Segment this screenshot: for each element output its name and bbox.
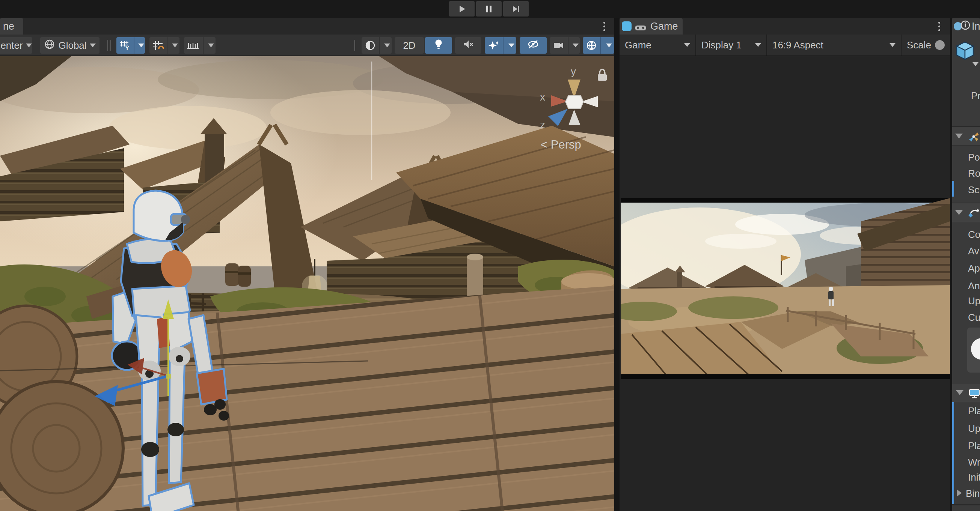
avatar-preview-circle [971, 338, 980, 360]
gizmos-dropdown[interactable] [583, 37, 614, 54]
gameobject-dropdown-caret[interactable] [972, 62, 978, 66]
axis-y-label: y [571, 66, 576, 77]
chevron-down-icon[interactable] [383, 37, 391, 54]
game-camera-render [620, 198, 950, 379]
scene-3d-viewport[interactable]: y x z < Persp [0, 56, 614, 511]
eye-hidden-icon [527, 39, 539, 52]
scale-label: Sc [968, 184, 979, 196]
chevron-down-icon[interactable] [571, 37, 580, 54]
globe-icon [44, 39, 55, 52]
camera-icon [550, 37, 568, 54]
scene-effects-dropdown[interactable] [485, 37, 516, 54]
grid-y-icon: Y [116, 37, 134, 54]
scene-toolbar: enter Global Y [0, 35, 614, 56]
inspector-tab-bar: In [952, 18, 980, 35]
axis-z-label: z [540, 119, 545, 130]
pause-button[interactable] [476, 1, 502, 16]
grid-visibility-button[interactable]: Y [116, 37, 145, 54]
playable-director-header[interactable] [952, 383, 980, 402]
main-toolbar [0, 0, 980, 18]
display-dropdown[interactable]: Display 1 [696, 35, 767, 56]
inspector-tab-label: In [972, 21, 980, 32]
avatar-label: Av [968, 245, 979, 257]
shading-mode-dropdown[interactable] [361, 37, 391, 54]
field-selection-indicator [952, 181, 954, 197]
game-mode-dropdown[interactable]: Game [620, 35, 696, 56]
chevron-down-icon[interactable] [207, 37, 216, 54]
game-menu-kebab-icon[interactable] [934, 19, 944, 33]
snap-increment-button[interactable] [184, 37, 216, 54]
foldout-closed-icon[interactable] [957, 489, 962, 497]
chevron-down-icon [755, 43, 761, 47]
game-render-area [620, 56, 950, 511]
tab-game[interactable]: Game [620, 18, 682, 35]
animator-icon [968, 207, 980, 220]
audio-mute-button[interactable] [455, 37, 481, 54]
aspect-ratio-dropdown[interactable]: 16:9 Aspect [767, 35, 902, 56]
chevron-down-icon[interactable] [506, 37, 516, 54]
chevron-down-icon [684, 43, 690, 47]
chevron-down-icon[interactable] [137, 37, 145, 54]
info-icon [961, 20, 970, 33]
step-button[interactable] [503, 1, 529, 16]
game-tab-label: Game [650, 21, 678, 32]
step-icon [511, 4, 521, 14]
scene-camera-dropdown[interactable] [550, 37, 580, 54]
projection-persp-label[interactable]: < Persp [541, 138, 581, 151]
playable-label: Pla [968, 405, 980, 417]
chevron-down-icon [90, 43, 96, 47]
playable-director-icon [969, 387, 980, 400]
scene-lighting-button[interactable] [425, 37, 452, 54]
scene-menu-kebab-icon[interactable] [599, 19, 609, 33]
inspector-panel: In Pr Po Ro Sc Co Av Ap An [952, 18, 980, 511]
apply-root-motion-label: Ap [968, 263, 980, 274]
transform-icon [968, 131, 979, 144]
chevron-down-icon[interactable] [604, 37, 614, 54]
sparkle-icon [485, 37, 504, 54]
game-view-panel: Game Game Display 1 16:9 Aspect Scale [620, 18, 950, 511]
transform-header[interactable] [952, 126, 980, 146]
game-toolbar: Game Display 1 16:9 Aspect Scale [620, 35, 950, 56]
initial-time-label: Init [968, 471, 980, 483]
2d-label: 2D [403, 40, 415, 51]
scale-slider-knob[interactable] [935, 40, 945, 50]
foldout-open-icon[interactable] [955, 133, 963, 138]
gameobject-cube-icon [956, 41, 974, 62]
chevron-down-icon [26, 43, 32, 47]
foldout-open-icon[interactable] [955, 210, 963, 215]
scene-visibility-button[interactable] [520, 37, 547, 54]
update-method-label: Up [968, 423, 980, 435]
shaded-sphere-icon [361, 37, 380, 54]
controller-label: Co [968, 229, 980, 241]
grid-snap-button[interactable] [150, 37, 180, 54]
animate-physics-label: An [968, 280, 980, 292]
avatar-preview[interactable] [967, 327, 980, 373]
axis-x-label: x [540, 91, 545, 103]
pivot-label: enter [0, 40, 22, 51]
foldout-open-icon[interactable] [956, 390, 964, 395]
2d-toggle-button[interactable]: 2D [395, 37, 424, 54]
play-icon [457, 4, 467, 14]
chevron-down-icon [889, 43, 896, 47]
animator-header[interactable] [952, 203, 980, 222]
toolbar-separator [110, 40, 111, 51]
tool-handle-position-dropdown[interactable]: enter [0, 37, 32, 54]
position-label: Po [968, 152, 980, 163]
gamepad-icon [635, 22, 648, 30]
tab-inspector[interactable]: In [952, 18, 980, 35]
chevron-down-icon[interactable] [170, 37, 180, 54]
culling-mode-label: Cu [968, 312, 980, 324]
toolbar-separator [107, 40, 108, 51]
rotation-label: Ro [968, 168, 980, 179]
play-on-awake-label: Pla [968, 440, 980, 452]
scale-slider[interactable]: Scale [902, 35, 950, 56]
play-button[interactable] [449, 1, 475, 16]
tab-scene[interactable]: ne [0, 18, 23, 35]
bindings-label: Bin [966, 488, 980, 499]
section-divider [952, 504, 980, 505]
pause-icon [484, 4, 494, 14]
tool-handle-rotation-dropdown[interactable]: Global [40, 37, 100, 54]
wrap-mode-label: Wr [968, 457, 980, 468]
scene-view-panel: ne enter Global Y [0, 18, 614, 511]
snap-increment-icon [184, 37, 204, 54]
